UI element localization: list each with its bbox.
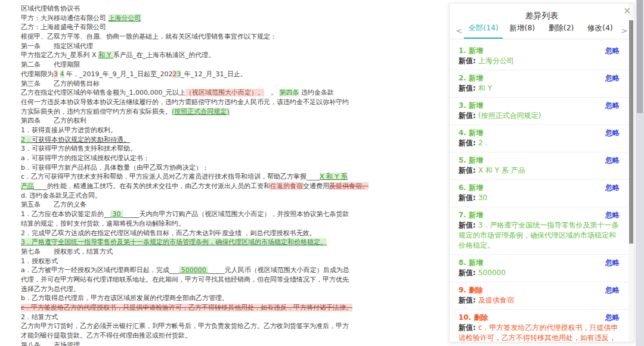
panel-scrollbar-thumb[interactable]: [629, 20, 633, 244]
doc-text-segment: 第一条 指定区域代理: [21, 42, 93, 50]
ignore-button[interactable]: 忽略: [605, 210, 620, 220]
doc-text-segment: 。: [264, 89, 280, 96]
doc-line: 乙方在指定代理区域的年销售金额为_1,000,000_元以上（视区域范围大小而定…: [21, 88, 438, 98]
diff-item-type: 9. 删除: [459, 285, 483, 295]
diff-item[interactable]: 3. 新增忽略新值: (按照正式合同规定): [450, 98, 628, 125]
doc-line: 选择乙方为总代理。: [21, 285, 438, 294]
doc-text-segment: 2．结算方式: [21, 313, 58, 321]
doc-line: 区域代理销售协议书: [21, 4, 438, 14]
doc-text-segment: 才能到银行提取货款。乙方不得任何理由推迟或拒付货款。: [21, 332, 191, 339]
diff-item-value: 30: [478, 194, 487, 202]
doc-text-segment: 代理期限为: [21, 70, 54, 78]
close-icon[interactable]: ×: [623, 7, 631, 15]
diff-tabs: < 全部(14)新增(8)删除(2)修改(4) >: [450, 23, 634, 39]
diff-item-value-label: 新值:: [459, 139, 478, 147]
doc-text-segment: 结算的规定，按时支付货款，逾期将视为自动解除和约。: [21, 220, 185, 227]
diff-item[interactable]: 2. 新增忽略新值: 和 Y: [450, 70, 628, 98]
ignore-button[interactable]: 忽略: [605, 73, 620, 83]
ignore-button[interactable]: 忽略: [605, 101, 620, 111]
tabs-prev-arrow-icon[interactable]: <: [454, 26, 464, 39]
doc-text-segment: 第七条 授权形式，结算方式: [21, 248, 113, 255]
doc-text-segment: 选择乙方为总代理。: [21, 285, 80, 293]
tabs-next-arrow-icon[interactable]: >: [620, 26, 629, 39]
doc-text-segment: b．可获得甲方新产品样品，具体数量（由甲乙双方协商决定）；: [21, 164, 209, 172]
diff-item-value-label: 新值:: [459, 194, 478, 202]
doc-text-segment: 第五条 乙方的义务: [21, 201, 86, 208]
doc-text-segment: a．可获得甲方的指定区域授权代理认定书；: [21, 154, 150, 162]
doc-change-segment: 及提供食宿。: [329, 182, 369, 190]
tab-add[interactable]: 新增(8): [503, 23, 541, 39]
doc-line: 代理期限为3 4 年，_2019_年_9_月_1_日起至_20223_年_12_…: [21, 70, 438, 79]
ignore-button[interactable]: 忽略: [605, 258, 620, 268]
doc-change-segment: 第四条: [279, 89, 299, 96]
doc-change-segment: 30: [110, 210, 123, 218]
doc-text-segment: 第四条 乙方的权利: [21, 117, 86, 124]
diff-item-value-label: 新值:: [459, 57, 478, 65]
tab-del[interactable]: 删除(2): [542, 23, 581, 39]
diff-item[interactable]: 6. 新增忽略新值: 30: [450, 180, 628, 207]
doc-line: c．乙方可获得甲方技术支持和帮助，甲方应派人员对乙方雇员进行技术指导和培训，帮助…: [21, 172, 438, 182]
doc-change-segment: c．甲方签发给乙方的代理授权书，只提供申请检验许可，乙方不得转移其他用处，如有违…: [21, 304, 352, 311]
diff-item[interactable]: 9. 删除忽略新值: 及提供食宿: [450, 282, 628, 310]
doc-text-segment: 乙方向甲方订货时，乙方必须开出银行汇票，到甲方帐号后，甲方负责发货给乙方。乙方收…: [21, 322, 349, 330]
doc-change-segment: (按照正式合同规定): [172, 108, 230, 116]
doc-change-segment: X 和 Y 系: [320, 173, 348, 180]
diff-item-type: 1. 新增: [459, 46, 483, 56]
diff-item-value: 上海分公司: [478, 57, 514, 65]
doc-text-segment: _年_12_月_31_日止。: [181, 70, 247, 78]
doc-change-segment: 可获得本协议规定的奖励和待遇。: [32, 136, 130, 144]
diff-item-type: 7. 新增: [459, 210, 483, 220]
doc-line: 才能到银行提取货款。乙方不得任何理由推迟或拒付货款。: [21, 331, 438, 341]
diff-item-type: 2. 新增: [459, 73, 483, 83]
doc-line: 第三条 乙方的销售目标: [21, 79, 438, 89]
doc-text-segment: 2．完成甲乙双方达成的在指定代理区域的销售目标，而乙方未达到年度业绩 ，则总代理…: [21, 229, 316, 237]
doc-line: 第二条 代理期限: [21, 60, 438, 70]
ignore-button[interactable]: 忽略: [605, 46, 620, 56]
ignore-button[interactable]: 忽略: [605, 155, 620, 166]
ignore-button[interactable]: 忽略: [605, 313, 620, 323]
doc-text-segment: ____的性能，精通施工技巧。在有关的技术交往中，由乙方支付派出人员的工资和: [34, 182, 270, 190]
doc-text-segment: 乙方：上海超盛电子有限公司: [21, 23, 106, 31]
diff-item-list: 1. 新增忽略新值: 上海分公司2. 新增忽略新值: 和 Y3. 新增忽略新值:…: [450, 43, 628, 342]
diff-item-value-label: 新值:: [459, 269, 478, 277]
doc-text-segment: [58, 70, 60, 78]
doc-line: c．甲方签发给乙方的代理授权书，只提供申请检验许可，乙方不得转移其他用处，如有违…: [21, 303, 438, 313]
diff-item[interactable]: 1. 新增忽略新值: 上海分公司: [450, 43, 628, 70]
diff-item[interactable]: 4. 新增忽略新值: 2．: [450, 125, 628, 152]
diff-item-value: c．甲方签发给乙方的代理授权书，只提供申请检验许可，乙方不得转移其他用处，如有违…: [459, 323, 618, 342]
diff-item-value-label: 新值:: [459, 296, 478, 304]
doc-text-segment: 任何一方违反本协议导致本协议无法继续履行的，违约方需赔偿守约方违约金人民币元，该…: [21, 98, 349, 106]
doc-line: 2．可获得本协议规定的奖励和待遇。: [21, 135, 438, 145]
doc-text-segment: 方实际损失的，违约方应赔偿守约方所有实际损失。: [21, 108, 172, 116]
ignore-button[interactable]: 忽略: [605, 285, 620, 295]
doc-text-segment: 甲方指定乙方为_星系列 X: [21, 51, 98, 59]
diff-item[interactable]: 8. 新增忽略新值: 500000: [450, 255, 628, 282]
diff-item-type: 10. 删除: [459, 313, 488, 323]
diff-item-value-label: 新值:: [459, 84, 478, 92]
diff-item[interactable]: 10. 删除忽略新值: c．甲方签发给乙方的代理授权书，只提供申请检验许可，乙方…: [450, 310, 628, 342]
doc-line: a．可获得甲方的指定区域授权代理认定书；: [21, 154, 438, 163]
doc-line: 产品____的性能，精通施工技巧。在有关的技术交往中，由乙方支付派出人员的工资和…: [21, 182, 438, 191]
tab-all[interactable]: 全部(14): [464, 23, 503, 39]
diff-item[interactable]: 5. 新增忽略新值: X 和 Y 系 产品: [450, 152, 628, 180]
doc-text-segment: 违约金条款: [299, 89, 334, 96]
page-scrollbar-thumb[interactable]: [637, 0, 643, 113]
doc-line: 第七条 授权形式，结算方式: [21, 247, 438, 257]
doc-line: 1．乙方应在本协议签定后的__ 30 _____天内向甲方订购产品（视区域范围大…: [21, 210, 438, 219]
diff-item[interactable]: 7. 新增忽略新值: 3．严格遵守全国统一指导零售价及第十一条规定的市场管理条例…: [450, 207, 628, 255]
doc-text-segment: 甲方：大兴移动通信有限公司: [21, 14, 109, 22]
doc-line: 代理，并可在甲方网站有代理详细联系地址。在此期间，甲方可寻找其他经销商，但在同等…: [21, 275, 438, 285]
diff-item-value-label: 新值:: [459, 323, 478, 332]
diff-item-value-label: 新值:: [459, 111, 478, 120]
diff-item-value: 500000: [478, 269, 506, 277]
doc-text-segment: 1．获得直接从甲方进货的权利。: [21, 126, 117, 134]
doc-line: b．可获得甲方新产品样品，具体数量（由甲乙双方协商决定）；: [21, 163, 438, 173]
doc-change-segment: 和 Y: [98, 51, 113, 59]
tab-mod[interactable]: 修改(4): [581, 23, 620, 39]
ignore-button[interactable]: 忽略: [605, 183, 620, 193]
doc-text-segment: 3．可获得甲方的销售支持和技术帮助。: [21, 145, 137, 152]
diff-item-value: X 和 Y 系 产品: [478, 166, 525, 174]
ignore-button[interactable]: 忽略: [605, 128, 620, 138]
doc-line: 1．授权形式: [21, 257, 438, 266]
doc-line: d. 违约金条款见正式合同。: [21, 191, 438, 201]
